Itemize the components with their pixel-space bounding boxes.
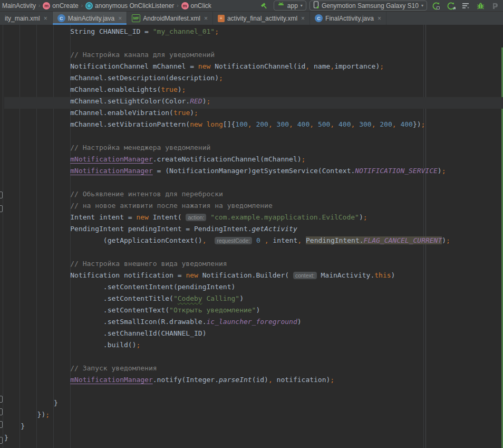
code-token: , <box>309 120 314 128</box>
code-token: mChannel.enableVibration( <box>4 109 173 117</box>
code-line[interactable]: .setContentTitle("Codeby Calling") <box>4 294 503 306</box>
code-line[interactable]: mChannel.setDescription(description); <box>4 74 503 85</box>
code-line-current[interactable]: mChannel.setLightColor(Color.RED); <box>4 97 503 109</box>
code-token: importance) <box>334 62 380 70</box>
code-editor[interactable]: String CHANNEL_ID = "my_channel_01"; // … <box>0 25 503 448</box>
code-line[interactable]: .setContentIntent(pendingIntent) <box>4 283 503 294</box>
device-selector[interactable]: Genymotion Samsung Galaxy S10 ▾ <box>309 1 427 11</box>
code-line[interactable]: // Запуск уведомления <box>4 364 503 376</box>
editor-tab[interactable]: ity_main.xml× <box>0 12 53 25</box>
code-line[interactable]: } <box>4 434 503 445</box>
code-token: Calling" <box>202 294 239 302</box>
code-token: .notify(Integer. <box>153 376 219 384</box>
build-hammer-icon[interactable] <box>259 1 270 11</box>
code-line[interactable]: // на новое активити после нажатия на ув… <box>4 202 503 213</box>
device-selector-label: Genymotion Samsung Galaxy S10 <box>322 2 419 9</box>
code-line[interactable] <box>4 248 503 260</box>
tab-close-icon[interactable]: × <box>44 15 47 22</box>
code-token: 400 <box>400 120 412 128</box>
tab-close-icon[interactable]: × <box>301 15 305 22</box>
code-line[interactable]: (getApplicationContext(), requestCode: 0… <box>4 236 503 248</box>
code-token: mNotificationManager <box>70 376 153 384</box>
code-token: "my_channel_01" <box>153 27 215 35</box>
editor-tab[interactable]: CMainActivity.java× <box>53 12 128 25</box>
breadcrumb-item[interactable]: anonymous OnClickListener <box>85 2 174 9</box>
code-line[interactable]: String CHANNEL_ID = "my_channel_01"; <box>4 27 503 39</box>
code-token: , <box>268 376 273 384</box>
code-token: ; <box>136 341 140 349</box>
code-token <box>4 155 70 163</box>
code-line[interactable]: mChannel.setVibrationPattern(new long[]{… <box>4 120 503 132</box>
code-line[interactable] <box>4 178 503 190</box>
code-token: mChannel.enableLights( <box>4 85 161 93</box>
tab-close-icon[interactable]: × <box>378 15 381 22</box>
code-line[interactable] <box>4 352 503 364</box>
attach-debugger-icon[interactable] <box>489 1 501 11</box>
code-line[interactable]: .setContentText("Открыть уведомление") <box>4 306 503 318</box>
code-line[interactable]: // Настройка канала для уведомлений <box>4 51 503 62</box>
code-token: }) <box>4 411 45 418</box>
tab-close-icon[interactable]: × <box>118 15 122 22</box>
code-token: true <box>161 85 177 93</box>
code-token: (getApplicationContext() <box>4 236 202 244</box>
code-line[interactable]: } <box>4 422 503 434</box>
editor-tab[interactable]: ≡activity_final_acttivity.xml× <box>213 12 310 25</box>
profiler-icon[interactable] <box>460 1 471 11</box>
code-line[interactable]: mNotificationManager.notify(Integer.pars… <box>4 376 503 387</box>
code-line[interactable]: .setSmallIcon(R.drawable.ic_launcher_for… <box>4 318 503 329</box>
editor-tab[interactable]: CFinalActtivity.java× <box>310 12 386 25</box>
code-token: NOTIFICATION_SERVICE <box>355 167 438 175</box>
breadcrumb-item[interactable]: monCreate <box>43 2 78 9</box>
code-token: , <box>202 236 207 244</box>
code-token: , <box>392 120 396 128</box>
breadcrumb-item[interactable]: monClick <box>181 2 211 9</box>
code-line[interactable]: // Настройка внешнего вида уведомления <box>4 260 503 271</box>
apply-changes-icon[interactable] <box>430 1 442 11</box>
code-token: 100 <box>235 120 247 128</box>
code-token: Intent intent = <box>4 213 136 221</box>
code-line[interactable]: .setChannelId(CHANNEL_ID) <box>4 329 503 341</box>
code-token: "com.example.myapplication.EvilCode" <box>210 213 359 221</box>
code-lines: String CHANNEL_ID = "my_channel_01"; // … <box>0 25 503 445</box>
code-line[interactable] <box>4 387 503 399</box>
code-token <box>273 120 277 128</box>
code-token <box>260 236 265 244</box>
code-token: true <box>173 109 190 117</box>
code-line[interactable]: mChannel.enableLights(true); <box>4 85 503 97</box>
android-app-icon <box>277 2 285 9</box>
code-token: String CHANNEL_ID = <box>4 27 153 35</box>
code-line[interactable]: }); <box>4 411 503 422</box>
code-token: ) <box>297 318 302 326</box>
code-line[interactable]: mNotificationManager = (NotificationMana… <box>4 167 503 178</box>
code-line[interactable] <box>4 39 503 51</box>
code-line[interactable] <box>4 132 503 144</box>
code-token: 400 <box>338 120 351 128</box>
code-line[interactable]: .build(); <box>4 341 503 352</box>
code-token: long <box>207 120 223 128</box>
code-line[interactable]: Intent intent = new Intent( action: "com… <box>4 213 503 225</box>
breadcrumb-item[interactable]: MainActivity <box>2 2 36 9</box>
tab-close-icon[interactable]: × <box>204 15 208 22</box>
code-line[interactable]: // Обьявление интентов для переброски <box>4 190 503 202</box>
code-token: ; <box>207 97 211 105</box>
phone-icon <box>313 1 319 10</box>
code-line[interactable]: mChannel.enableVibration(true); <box>4 109 503 120</box>
code-line[interactable]: mNotificationManager.createNotificationC… <box>4 155 503 167</box>
code-token: 400 <box>297 120 309 128</box>
editor-tab[interactable]: MFAndroidManifest.xml× <box>127 12 213 25</box>
java-class-icon: C <box>57 14 65 22</box>
run-config-selector[interactable]: app ▾ <box>274 1 306 11</box>
code-line[interactable]: } <box>4 399 503 411</box>
apply-code-changes-icon[interactable]: A <box>445 1 457 11</box>
code-line[interactable]: PendingIntent pendingIntent = PendingInt… <box>4 225 503 236</box>
code-line[interactable]: NotificationChannel mChannel = new Notif… <box>4 62 503 74</box>
debug-bug-icon[interactable] <box>475 1 486 11</box>
code-line[interactable]: // Настройка менеджера уведомлений <box>4 144 503 155</box>
code-token <box>334 120 338 128</box>
code-line[interactable]: Notification notification = new Notifica… <box>4 271 503 283</box>
code-token: , <box>289 120 293 128</box>
code-token: = (NotificationManager)getSystemService(… <box>153 167 355 175</box>
code-token: notification) <box>273 376 331 384</box>
svg-text:A: A <box>453 6 456 10</box>
code-token: .setChannelId(CHANNEL_ID) <box>4 329 207 337</box>
